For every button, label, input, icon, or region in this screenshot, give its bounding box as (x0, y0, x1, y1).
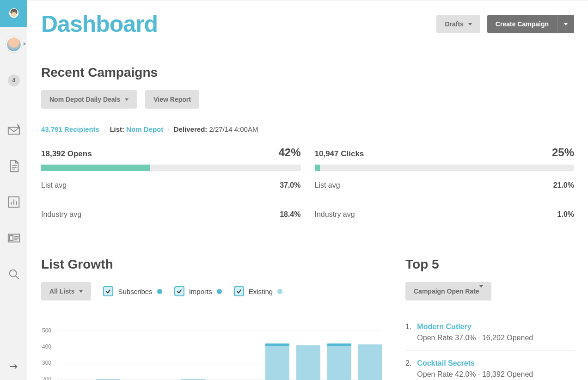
campaign-sub: Open Rate 42.0% · 18,392 Opened (417, 370, 533, 379)
opens-count: 18,392 Opens (41, 149, 92, 159)
campaign-name: Modern Cutlery (417, 323, 533, 331)
top5-metric-dropdown[interactable]: Campaign Open Rate (405, 282, 491, 300)
chevron-down-icon (564, 23, 568, 25)
campaign-select-dropdown[interactable]: Nom Depot Daily Deals (41, 90, 137, 109)
clicks-count: 10,947 Clicks (315, 149, 364, 159)
existing-toggle[interactable]: Existing (234, 286, 283, 296)
nav-search[interactable] (0, 256, 27, 292)
drafts-label: Drafts (445, 20, 463, 28)
clicks-metric: 10,947 Clicks 25% List avg21.0% Industry… (315, 146, 575, 229)
delivered-value: 2/27/14 4:00AM (209, 125, 258, 133)
top5-item[interactable]: 1.Modern CutleryOpen Rate 37.0% · 16,202… (405, 323, 574, 351)
top5-dropdown-label: Campaign Open Rate (414, 288, 479, 295)
stat-label: List avg (315, 181, 340, 190)
clicks-bar (315, 165, 575, 171)
nav-templates[interactable] (0, 148, 27, 184)
legend-dot (217, 289, 222, 294)
chart-bar (327, 343, 351, 380)
chart-bar (265, 343, 289, 380)
svg-point-2 (11, 12, 17, 17)
y-tick: 400 (42, 343, 51, 350)
clicks-pct: 25% (552, 146, 574, 159)
top5-section: Top 5 Campaign Open Rate 1.Modern Cutler… (405, 257, 574, 380)
nav-lists[interactable] (0, 220, 27, 256)
lists-icon (7, 231, 21, 245)
list-growth-section: List Growth All Lists Subscribes Imports (41, 257, 382, 380)
chevron-down-icon (125, 98, 129, 101)
page-title: Dashboard (41, 11, 158, 37)
all-lists-label: All Lists (49, 288, 74, 295)
campaign-name: Cocktail Secrets (417, 359, 533, 368)
svg-point-5 (12, 12, 12, 12)
campaign-sub: Open Rate 37.0% · 16,202 Opened (417, 334, 533, 342)
legend-dot (277, 289, 282, 294)
legend-label: Subscribes (118, 288, 152, 295)
opens-metric: 18,392 Opens 42% List avg37.0% Industry … (41, 146, 301, 229)
recipients-link[interactable]: 43,791 Recipients (41, 125, 99, 133)
rank: 1. (405, 323, 411, 342)
stat-value: 21.0% (553, 181, 574, 190)
opens-bar (41, 165, 301, 171)
campaign-meta: 43,791 Recipients · List: Nom Depot · De… (41, 125, 574, 133)
campaigns-icon (7, 123, 21, 137)
app-logo[interactable] (0, 0, 27, 27)
stat-label: Industry avg (41, 210, 81, 219)
top5-list: 1.Modern CutleryOpen Rate 37.0% · 16,202… (405, 323, 574, 380)
chevron-down-icon (479, 285, 483, 295)
stat-label: Industry avg (315, 210, 355, 219)
stat-value: 37.0% (280, 181, 300, 190)
drafts-dropdown[interactable]: Drafts (436, 15, 480, 33)
main-content: Dashboard Drafts Create Campaign Recent … (27, 0, 588, 380)
legend-label: Imports (189, 288, 212, 295)
search-icon (7, 267, 21, 281)
y-tick: 200 (42, 376, 51, 380)
imports-toggle[interactable]: Imports (174, 286, 222, 296)
templates-icon (7, 159, 21, 173)
reports-icon (7, 195, 21, 209)
list-growth-heading: List Growth (41, 257, 382, 272)
chevron-down-icon (468, 23, 472, 25)
stat-value: 18.4% (280, 210, 300, 219)
nav-reports[interactable] (0, 184, 27, 220)
chart-bar (358, 344, 382, 380)
recent-campaigns-heading: Recent Campaigns (41, 65, 574, 80)
checkbox-checked-icon (234, 286, 244, 296)
nav-campaigns[interactable] (0, 112, 27, 148)
avatar (6, 37, 22, 52)
mailchimp-icon (6, 6, 22, 22)
stat-label: List avg (41, 181, 67, 190)
chevron-right-icon (24, 42, 26, 46)
stat-value: 1.0% (557, 210, 574, 219)
campaign-select-label: Nom Depot Daily Deals (49, 96, 120, 103)
opens-pct: 42% (278, 146, 300, 159)
checkbox-checked-icon (174, 286, 184, 296)
sidebar: 4 (0, 0, 27, 380)
svg-point-6 (15, 12, 15, 12)
svg-point-10 (9, 270, 16, 277)
chart-bar (296, 345, 320, 380)
notification-badge[interactable]: 4 (8, 74, 20, 86)
rank: 2. (405, 359, 411, 379)
subscribes-toggle[interactable]: Subscribes (103, 286, 162, 296)
view-report-button[interactable]: View Report (145, 90, 199, 109)
top5-heading: Top 5 (405, 257, 574, 272)
create-campaign-dropdown[interactable] (557, 15, 574, 33)
top5-item[interactable]: 2.Cocktail SecretsOpen Rate 42.0% · 18,3… (405, 351, 574, 380)
y-tick: 500 (42, 327, 51, 334)
account-menu[interactable] (6, 37, 22, 52)
arrow-right-icon (9, 362, 19, 372)
legend-dot (157, 289, 162, 294)
all-lists-dropdown[interactable]: All Lists (41, 282, 91, 300)
list-link[interactable]: Nom Depot (126, 125, 163, 133)
svg-rect-9 (9, 235, 13, 240)
checkbox-checked-icon (103, 286, 113, 296)
expand-sidebar[interactable] (0, 362, 27, 372)
legend-label: Existing (249, 288, 273, 295)
chevron-down-icon (79, 290, 83, 293)
list-growth-chart: 200300400500 (50, 314, 382, 380)
create-campaign-button[interactable]: Create Campaign (487, 15, 557, 33)
y-tick: 300 (42, 360, 51, 366)
